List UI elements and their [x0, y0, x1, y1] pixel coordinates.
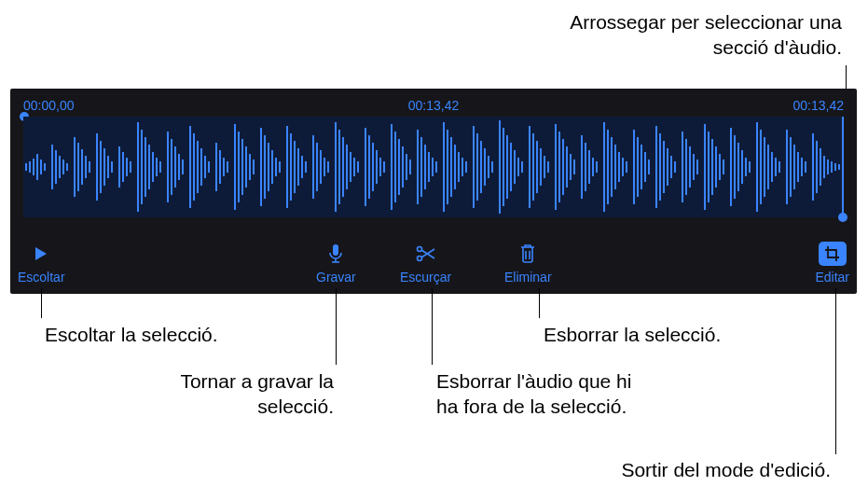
- svg-rect-14: [85, 156, 87, 178]
- svg-rect-115: [529, 126, 530, 208]
- svg-rect-168: [760, 130, 762, 204]
- svg-rect-110: [506, 135, 508, 199]
- svg-rect-172: [775, 158, 777, 176]
- svg-rect-91: [424, 145, 426, 189]
- svg-rect-51: [249, 154, 251, 180]
- svg-rect-166: [749, 161, 751, 173]
- selection-edge-end[interactable]: [842, 117, 844, 217]
- svg-rect-71: [338, 130, 340, 204]
- delete-label: Eliminar: [504, 270, 552, 285]
- svg-rect-127: [581, 135, 583, 199]
- svg-rect-3: [36, 154, 38, 180]
- svg-rect-23: [126, 158, 128, 176]
- svg-rect-62: [297, 148, 299, 186]
- svg-rect-146: [663, 141, 665, 193]
- svg-rect-185: [831, 161, 833, 173]
- svg-rect-10: [66, 163, 68, 171]
- edit-button[interactable]: Editar: [815, 242, 849, 285]
- callout-leader-line: [41, 288, 42, 318]
- svg-rect-169: [764, 137, 765, 197]
- svg-rect-142: [644, 152, 646, 182]
- svg-rect-181: [816, 141, 818, 193]
- selection-handle-end[interactable]: [838, 213, 847, 222]
- svg-rect-57: [275, 158, 277, 176]
- svg-rect-84: [394, 132, 396, 202]
- svg-rect-143: [648, 160, 650, 174]
- svg-rect-147: [667, 148, 668, 186]
- trash-icon: [519, 242, 536, 266]
- time-start-label: 00:00,00: [23, 98, 75, 113]
- svg-rect-25: [137, 122, 139, 212]
- time-end-label: 00:13,42: [793, 98, 845, 113]
- svg-rect-20: [111, 161, 113, 173]
- callout-text: Escoltar la selecció.: [45, 324, 218, 345]
- svg-rect-79: [372, 143, 374, 191]
- svg-rect-35: [178, 154, 180, 180]
- audio-editor-panel: 00:00,00 00:13,42 00:13,42: [10, 89, 857, 294]
- svg-rect-77: [365, 128, 366, 206]
- svg-rect-16: [96, 133, 98, 201]
- svg-rect-68: [324, 158, 325, 176]
- svg-rect-140: [637, 137, 639, 197]
- callout-text: ha fora de la selecció.: [436, 394, 631, 419]
- editor-toolbar: Escoltar Gravar Escurçar: [10, 232, 857, 285]
- svg-rect-60: [290, 133, 292, 201]
- record-button[interactable]: Gravar: [316, 242, 356, 285]
- svg-rect-129: [588, 150, 590, 184]
- svg-rect-130: [592, 158, 594, 176]
- svg-rect-100: [462, 158, 463, 176]
- svg-rect-179: [805, 161, 806, 173]
- svg-rect-15: [89, 161, 90, 173]
- waveform-icon: [23, 117, 844, 217]
- svg-rect-88: [409, 160, 411, 174]
- svg-rect-118: [540, 148, 542, 186]
- svg-rect-173: [778, 161, 780, 173]
- svg-rect-86: [402, 146, 404, 187]
- svg-rect-93: [432, 158, 434, 176]
- svg-rect-80: [376, 150, 378, 184]
- svg-rect-105: [484, 148, 486, 186]
- svg-rect-149: [674, 161, 676, 173]
- svg-rect-121: [555, 124, 557, 210]
- svg-rect-144: [655, 126, 657, 208]
- svg-rect-95: [443, 122, 445, 212]
- play-icon: [33, 242, 49, 266]
- svg-rect-156: [708, 132, 710, 202]
- svg-rect-98: [454, 145, 456, 189]
- callout-record: Tornar a gravar la selecció.: [166, 368, 334, 420]
- svg-rect-44: [219, 150, 221, 184]
- svg-rect-180: [812, 133, 814, 201]
- svg-rect-132: [603, 122, 605, 212]
- trim-button[interactable]: Escurçar: [400, 242, 451, 285]
- svg-rect-9: [62, 160, 64, 174]
- svg-rect-19: [107, 156, 109, 178]
- svg-rect-12: [77, 143, 79, 191]
- svg-rect-64: [305, 161, 307, 173]
- svg-rect-135: [614, 145, 616, 189]
- svg-rect-177: [797, 152, 799, 182]
- listen-button[interactable]: Escoltar: [18, 242, 65, 285]
- svg-rect-175: [790, 137, 792, 197]
- svg-rect-96: [447, 130, 448, 204]
- svg-rect-123: [562, 139, 564, 195]
- svg-rect-134: [611, 137, 613, 197]
- svg-rect-29: [152, 152, 154, 182]
- svg-rect-116: [532, 133, 534, 201]
- svg-rect-158: [715, 146, 717, 187]
- svg-rect-101: [465, 161, 467, 173]
- callout-text: Sortir del mode d'edició.: [621, 459, 831, 480]
- svg-rect-50: [245, 146, 247, 187]
- svg-rect-38: [193, 133, 195, 201]
- svg-rect-11: [74, 137, 76, 197]
- delete-button[interactable]: Eliminar: [504, 242, 552, 285]
- svg-rect-59: [286, 126, 288, 208]
- svg-rect-157: [711, 139, 713, 195]
- svg-rect-90: [420, 137, 422, 197]
- listen-label: Escoltar: [18, 270, 65, 285]
- waveform-area[interactable]: [23, 117, 844, 217]
- svg-rect-4: [40, 160, 42, 174]
- svg-rect-117: [536, 141, 538, 193]
- svg-rect-48: [238, 132, 240, 202]
- svg-rect-66: [316, 143, 318, 191]
- callout-delete: Esborrar la selecció.: [544, 322, 721, 347]
